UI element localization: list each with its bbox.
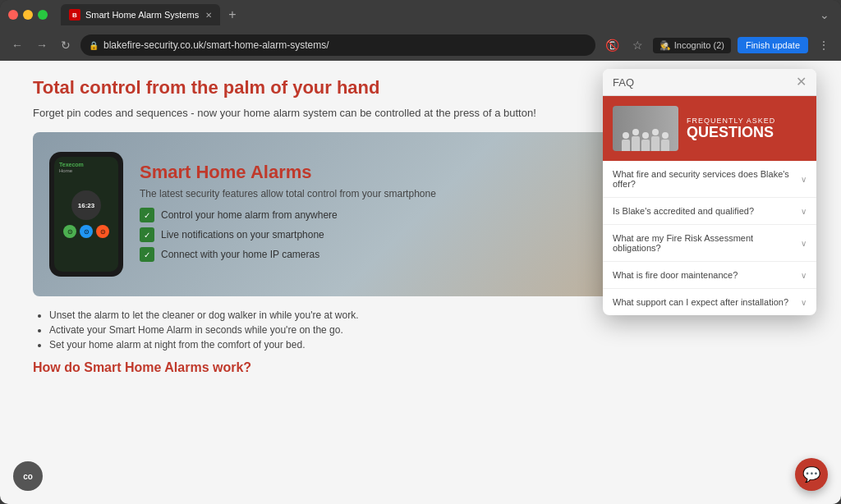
feature-label-2: Live notifications on your smartphone: [161, 229, 324, 241]
co-widget[interactable]: co: [13, 461, 43, 491]
refresh-button[interactable]: ↻: [57, 35, 74, 55]
phone-mockup: Texecom Home 16:23 ⊙ ⊙ ⊙: [49, 152, 123, 277]
finish-update-button[interactable]: Finish update: [738, 37, 808, 53]
faq-chevron-4: ∨: [801, 271, 807, 280]
bullet-item-3: Set your home alarm at night from the co…: [49, 339, 808, 351]
faq-banner-image: [613, 106, 678, 151]
faq-item-3[interactable]: What are my Fire Risk Assessment obligat…: [603, 225, 816, 262]
faq-item-4[interactable]: What is fire door maintenance? ∨: [603, 262, 816, 289]
tab-favicon: B: [69, 9, 80, 21]
browser-menu-icon[interactable]: ⌄: [816, 7, 833, 23]
person-head-2: [632, 129, 639, 135]
bullet-item-2: Activate your Smart Home Alarm in second…: [49, 324, 808, 336]
bullet-list: Unset the alarm to let the cleaner or do…: [33, 309, 808, 351]
feature-label-3: Connect with your home IP cameras: [161, 249, 319, 260]
section2-title: How do Smart Home Alarms work?: [33, 360, 808, 375]
faq-item-text-3: What are my Fire Risk Assessment obligat…: [613, 233, 801, 253]
person-head-4: [652, 129, 659, 135]
phone-icon-3: ⊙: [96, 225, 109, 238]
person-5: [661, 132, 669, 151]
incognito-label: Incognito (2): [674, 40, 724, 50]
faq-item-2[interactable]: Is Blake's accredited and qualified? ∨: [603, 198, 816, 225]
phone-icons-row: ⊙ ⊙ ⊙: [63, 225, 109, 238]
product-title-black: Home Alarms: [191, 162, 311, 182]
faq-item-text-2: Is Blake's accredited and qualified?: [613, 206, 801, 216]
person-body-5: [661, 140, 669, 151]
person-body-3: [641, 140, 650, 151]
phone-icon-1: ⊙: [63, 225, 76, 238]
faq-banner-text: FREQUENTLY ASKED QUESTIONS: [687, 117, 775, 141]
back-button[interactable]: ←: [8, 35, 26, 55]
maximize-button[interactable]: [38, 10, 48, 20]
incognito-badge: 🕵 Incognito (2): [653, 38, 731, 53]
check-icon-3: ✓: [140, 247, 154, 262]
browser-more-icon[interactable]: ⋮: [815, 37, 833, 53]
faq-item-text-4: What is fire door maintenance?: [613, 270, 801, 280]
person-body-1: [622, 140, 630, 151]
faq-item-5[interactable]: What support can I expect after installa…: [603, 289, 816, 315]
chat-widget[interactable]: 💬: [795, 458, 828, 491]
browser-titlebar: B Smart Home Alarm Systems ✕ + ⌄: [0, 0, 841, 30]
faq-title: FAQ: [613, 76, 634, 89]
check-icon-1: ✓: [140, 208, 154, 222]
product-title-red: Smart: [140, 162, 191, 182]
faq-item-text-1: What fire and security services does Bla…: [613, 169, 801, 189]
person-4: [651, 129, 659, 151]
tab-bar: B Smart Home Alarm Systems ✕ +: [61, 4, 810, 25]
address-bar[interactable]: 🔒 blakefire-security.co.uk/smart-home-al…: [80, 34, 595, 56]
tab-close-icon[interactable]: ✕: [205, 11, 212, 20]
people-silhouettes: [613, 106, 678, 151]
phone-icon-2: ⊙: [80, 225, 93, 238]
phone-brand-label: Texecom: [59, 162, 84, 167]
check-icon-2: ✓: [140, 227, 154, 242]
tab-label: Smart Home Alarm Systems: [85, 10, 199, 20]
faq-popup: FAQ ✕: [603, 69, 816, 315]
faq-banner: FREQUENTLY ASKED QUESTIONS: [603, 96, 816, 161]
person-3: [641, 132, 650, 151]
person-head-1: [623, 132, 629, 139]
browser-navbar: ← → ↻ 🔒 blakefire-security.co.uk/smart-h…: [0, 30, 841, 61]
person-body-4: [651, 136, 659, 151]
phone-home-label: Home: [59, 168, 72, 173]
person-2: [632, 129, 640, 151]
minimize-button[interactable]: [23, 10, 33, 20]
person-head-5: [662, 132, 669, 139]
forward-button[interactable]: →: [33, 35, 51, 55]
nav-actions: 📵 ☆ 🕵 Incognito (2) Finish update ⋮: [602, 37, 833, 53]
chat-icon: 💬: [802, 465, 820, 483]
faq-items-list: What fire and security services does Bla…: [603, 161, 816, 315]
faq-chevron-2: ∨: [801, 207, 807, 216]
active-tab[interactable]: B Smart Home Alarm Systems ✕: [61, 4, 220, 25]
person-body-2: [632, 136, 640, 151]
faq-chevron-3: ∨: [801, 239, 807, 248]
bookmark-icon[interactable]: ☆: [629, 37, 646, 53]
faq-header: FAQ ✕: [603, 69, 816, 96]
close-button[interactable]: [8, 10, 18, 20]
faq-chevron-1: ∨: [801, 175, 807, 184]
person-1: [622, 132, 630, 151]
phone-time-display: 16:23: [71, 190, 101, 220]
page-content: Total control from the palm of your hand…: [0, 61, 841, 504]
faq-item-1[interactable]: What fire and security services does Bla…: [603, 161, 816, 198]
traffic-lights: [8, 10, 48, 20]
browser-window: B Smart Home Alarm Systems ✕ + ⌄ ← → ↻ 🔒…: [0, 0, 841, 504]
faq-item-text-5: What support can I expect after installa…: [613, 297, 801, 307]
url-text: blakefire-security.co.uk/smart-home-alar…: [103, 39, 587, 51]
faq-close-button[interactable]: ✕: [796, 76, 807, 89]
new-tab-button[interactable]: +: [223, 6, 241, 24]
faq-chevron-5: ∨: [801, 298, 807, 307]
phone-screen: Texecom Home 16:23 ⊙ ⊙ ⊙: [54, 157, 118, 272]
co-widget-label: co: [23, 472, 33, 481]
feature-label-1: Control your home alarm from anywhere: [161, 209, 338, 221]
camera-off-icon[interactable]: 📵: [602, 37, 623, 53]
faq-questions-label: QUESTIONS: [687, 125, 775, 141]
incognito-icon: 🕵: [659, 40, 671, 51]
person-head-3: [642, 132, 649, 139]
security-icon: 🔒: [89, 41, 99, 50]
